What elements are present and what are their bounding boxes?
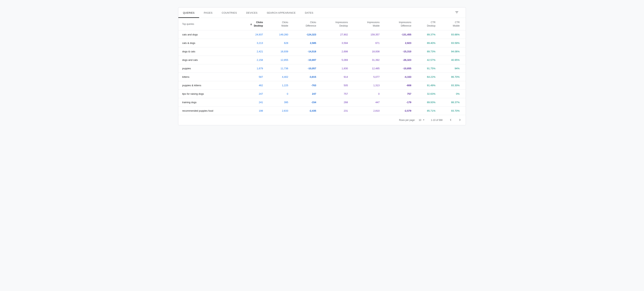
- cell-impressions-difference: -26,323: [382, 56, 414, 64]
- cell-clicks-mobile: 0: [266, 90, 291, 98]
- col-clicks-mobile[interactable]: ClicksMobile: [266, 18, 291, 30]
- cell-clicks-desktop: 241: [232, 98, 266, 107]
- cell-clicks-difference: 2,585: [291, 39, 319, 47]
- table-row[interactable]: cats and dogs24,937149,260-124,32327,902…: [178, 30, 466, 39]
- cell-clicks-desktop: 198: [232, 107, 266, 115]
- col-impressions-difference[interactable]: ImpressionsDifference: [382, 18, 414, 30]
- pagination-range: 1-10 of 568: [431, 119, 442, 121]
- cell-ctr-desktop: 42.57%: [414, 56, 438, 64]
- tab-dates[interactable]: DATES: [300, 7, 318, 18]
- col-ctr-difference[interactable]: CTRDifference: [462, 18, 466, 30]
- tab-pages[interactable]: PAGES: [199, 7, 217, 18]
- cell-query: tips for raising dogs: [178, 90, 232, 98]
- cell-clicks-desktop: 24,937: [232, 30, 266, 39]
- tab-queries[interactable]: QUERIES: [178, 7, 199, 18]
- cell-ctr-difference: -4.2: [462, 39, 466, 47]
- previous-page-button[interactable]: [448, 117, 453, 123]
- col-top-queries[interactable]: Top queries: [178, 18, 232, 30]
- cell-ctr-mobile: 94.06%: [438, 47, 462, 56]
- cell-impressions-mobile: 18,008: [350, 47, 382, 56]
- col-clicks-difference[interactable]: ClicksDifference: [291, 18, 319, 30]
- cell-impressions-mobile: 671: [350, 39, 382, 47]
- cell-impressions-difference: 757: [382, 90, 414, 98]
- table-row[interactable]: cats & dogs3,2136282,5853,5946712,92389.…: [178, 39, 466, 47]
- table-row[interactable]: training dogs241395-154268447-17989.93%8…: [178, 98, 466, 107]
- cell-ctr-difference: -8: [462, 107, 466, 115]
- cell-clicks-difference: -124,323: [291, 30, 319, 39]
- cell-ctr-difference: 32.6: [462, 90, 466, 98]
- filter-button[interactable]: [453, 9, 461, 16]
- cell-clicks-mobile: 2,633: [266, 107, 291, 115]
- cell-impressions-mobile: 12,485: [350, 64, 382, 73]
- tab-countries[interactable]: COUNTRIES: [217, 7, 242, 18]
- cell-clicks-difference: -2,435: [291, 107, 319, 115]
- next-page-button[interactable]: [457, 117, 462, 123]
- cell-ctr-difference: 1.6: [462, 56, 466, 64]
- cell-clicks-difference: -763: [291, 81, 319, 90]
- cell-clicks-desktop: 2,158: [232, 56, 266, 64]
- table-row[interactable]: recommended puppies food1982,633-2,43523…: [178, 107, 466, 115]
- cell-impressions-difference: -10,655: [382, 64, 414, 73]
- cell-impressions-mobile: 2,810: [350, 107, 382, 115]
- cell-clicks-mobile: 149,260: [266, 30, 291, 39]
- table-row[interactable]: puppies & kittens4621,225-7635051,313-80…: [178, 81, 466, 90]
- cell-impressions-desktop: 231: [319, 107, 351, 115]
- rows-per-page-label: Rows per page:: [399, 119, 415, 121]
- performance-report-card: QUERIESPAGESCOUNTRIESDEVICESSEARCH APPEA…: [178, 7, 466, 125]
- cell-impressions-desktop: 757: [319, 90, 351, 98]
- cell-clicks-mobile: 12,855: [266, 56, 291, 64]
- col-ctr-mobile[interactable]: CTRMobile: [438, 18, 462, 30]
- col-clicks-desktop[interactable]: ClicksDesktop: [232, 18, 266, 30]
- cell-ctr-desktop: 89.73%: [414, 47, 438, 56]
- cell-ctr-difference: 1.6: [462, 98, 466, 107]
- cell-ctr-difference: -1.8: [462, 81, 466, 90]
- cell-clicks-desktop: 2,421: [232, 47, 266, 56]
- cell-query: cats & dogs: [178, 39, 232, 47]
- table-pagination-footer: Rows per page: 10 1-10 of 568: [178, 115, 466, 125]
- cell-impressions-difference: -15,310: [382, 47, 414, 56]
- cell-ctr-mobile: 93.66%: [438, 30, 462, 39]
- cell-ctr-mobile: 88.37%: [438, 98, 462, 107]
- table-row[interactable]: kittens5874,402-3,8159145,077-4,16364.22…: [178, 73, 466, 81]
- col-impressions-mobile[interactable]: ImpressionsMobile: [350, 18, 382, 30]
- cell-ctr-mobile: 40.95%: [438, 56, 462, 64]
- cell-ctr-desktop: 64.22%: [414, 73, 438, 81]
- dimension-tabs: QUERIESPAGESCOUNTRIESDEVICESSEARCH APPEA…: [178, 7, 466, 18]
- tab-search-appearance[interactable]: SEARCH APPEARANCE: [262, 7, 300, 18]
- table-row[interactable]: dogs & cats2,42116,939-14,5182,69818,008…: [178, 47, 466, 56]
- cell-ctr-mobile: 0%: [438, 90, 462, 98]
- cell-impressions-difference: -131,455: [382, 30, 414, 39]
- cell-clicks-mobile: 4,402: [266, 73, 291, 81]
- filter-icon: [455, 10, 459, 15]
- cell-clicks-difference: -14,518: [291, 47, 319, 56]
- cell-clicks-desktop: 247: [232, 90, 266, 98]
- col-ctr-desktop[interactable]: CTRDesktop: [414, 18, 438, 30]
- cell-clicks-desktop: 1,679: [232, 64, 266, 73]
- cell-query: puppies & kittens: [178, 81, 232, 90]
- cell-query: dogs & cats: [178, 47, 232, 56]
- table-scroll-region[interactable]: Top queries ClicksDesktop ClicksMobile C…: [178, 18, 466, 115]
- cell-clicks-mobile: 628: [266, 39, 291, 47]
- cell-ctr-difference: -2.3: [462, 64, 466, 73]
- cell-ctr-desktop: 85.71%: [414, 107, 438, 115]
- cell-ctr-desktop: 91.75%: [414, 64, 438, 73]
- cell-clicks-mobile: 1,225: [266, 81, 291, 90]
- tab-devices[interactable]: DEVICES: [242, 7, 262, 18]
- cell-impressions-difference: -808: [382, 81, 414, 90]
- cell-query: dogs and cats: [178, 56, 232, 64]
- cell-impressions-desktop: 2,698: [319, 47, 351, 56]
- table-row[interactable]: dogs and cats2,15812,855-10,6975,06931,3…: [178, 56, 466, 64]
- cell-impressions-difference: 2,923: [382, 39, 414, 47]
- cell-clicks-desktop: 462: [232, 81, 266, 90]
- table-row[interactable]: tips for raising dogs2470247757075732.63…: [178, 90, 466, 98]
- table-row[interactable]: puppies1,67911,736-10,0571,83012,485-10,…: [178, 64, 466, 73]
- rows-per-page-select[interactable]: 10: [419, 118, 426, 122]
- cell-impressions-mobile: 5,077: [350, 73, 382, 81]
- col-impressions-desktop[interactable]: ImpressionsDesktop: [319, 18, 351, 30]
- cell-query: training dogs: [178, 98, 232, 107]
- cell-ctr-difference: -22.5: [462, 73, 466, 81]
- cell-ctr-mobile: 94%: [438, 64, 462, 73]
- cell-impressions-desktop: 268: [319, 98, 351, 107]
- cell-impressions-mobile: 0: [350, 90, 382, 98]
- cell-ctr-desktop: 91.49%: [414, 81, 438, 90]
